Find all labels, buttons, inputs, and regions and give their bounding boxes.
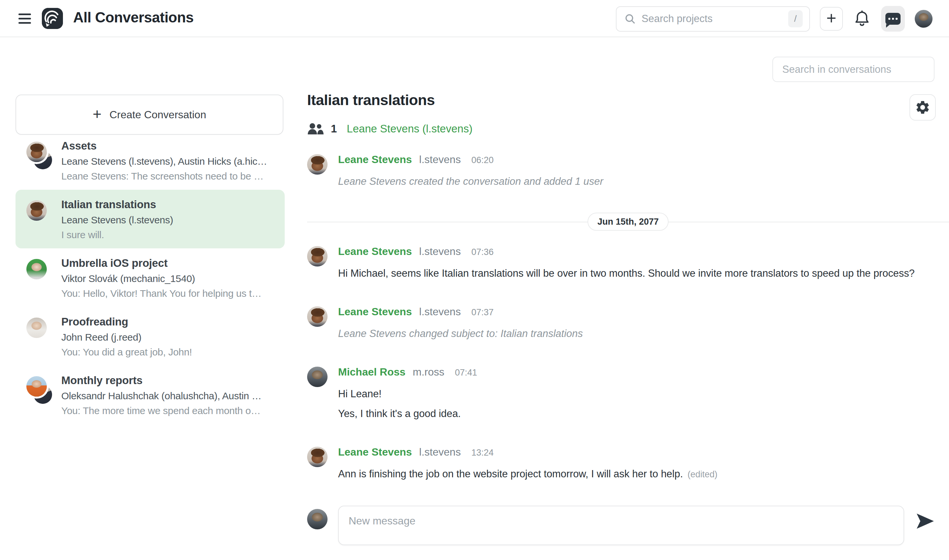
avatar [26,259,47,279]
conversation-preview: Leane Stevens: The screenshots need to b… [61,171,278,182]
conversation-list: Assets Leane Stevens (l.stevens), Austin… [15,131,285,424]
conversation-participants: Leane Stevens (l.stevens) [61,214,278,226]
message-username: l.stevens [419,306,461,318]
search-projects-input[interactable] [642,13,788,25]
search-in-conversations-input[interactable] [782,63,924,75]
avatar [26,142,47,162]
topbar-actions: / + [616,6,932,32]
conversation-item-monthly-reports[interactable]: Monthly reports Oleksandr Halushchak (oh… [15,366,285,424]
app-root: All Conversations / + [0,0,949,560]
conversation-preview: I sure will. [61,229,278,240]
system-message-text: Leane Stevens changed subject to: Italia… [338,328,936,340]
message-text: Ann is finishing the job on the website … [338,468,936,480]
conversation-preview: You: You did a great job, John! [61,346,278,358]
conversation-participants: Leane Stevens (l.stevens), Austin Hicks … [61,156,278,167]
message-time: 07:41 [455,368,478,378]
conversation-preview: You: Hello, Viktor! Thank You for helpin… [61,288,278,299]
message-author-avatar[interactable] [307,367,328,387]
message-text: Hi Michael, seems like Italian translati… [338,268,936,279]
conversation-item-italian-translations[interactable]: Italian translations Leane Stevens (l.st… [15,190,285,248]
message-text: Hi Leane! [338,388,936,400]
conversation-avatars [26,139,52,173]
send-button[interactable] [915,513,936,530]
message-text: Yes, I think it's a good idea. [338,408,936,420]
message-author-avatar[interactable] [307,447,328,467]
message-list: Leane Stevens l.stevens 06:20 Leane Stev… [307,153,936,480]
date-divider: Jun 15th, 2077 [307,213,949,230]
new-message-input[interactable] [349,515,894,536]
conversation-item-umbrella-ios-project[interactable]: Umbrella iOS project Viktor Slovák (mech… [15,248,285,307]
page-title: All Conversations [73,9,194,26]
conversation-avatars [26,374,52,408]
message-username: l.stevens [419,446,461,458]
conversation-title: Monthly reports [61,374,278,387]
conversation-preview: You: The more time we spend each month o… [61,405,278,416]
current-user-avatar [307,509,328,529]
chat-pane: Italian translations 1 Leane Stevens (l.… [307,92,936,545]
message: Leane Stevens l.stevens 13:24 Ann is fin… [307,445,936,480]
message-author-avatar[interactable] [307,154,328,175]
search-in-conversations [772,57,935,82]
message-time: 13:24 [471,448,494,458]
message: Leane Stevens l.stevens 06:20 Leane Stev… [307,153,936,188]
message-author[interactable]: Leane Stevens [338,306,412,318]
conversation-avatars [26,315,52,349]
participant-count: 1 [331,123,337,135]
conversation-title: Italian translations [61,198,278,211]
message-username: m.ross [413,366,445,378]
message-time: 07:36 [471,247,494,257]
conversations-button-active[interactable] [881,6,905,32]
chat-wave-logo-icon [42,8,63,29]
message-username: l.stevens [419,154,461,166]
conversation-participants: Oleksandr Halushchak (ohalushcha), Austi… [61,390,278,402]
message-time: 06:20 [471,155,494,165]
plus-icon: + [826,9,836,27]
send-icon [916,513,935,529]
chat-title: Italian translations [307,92,936,109]
conversation-title: Umbrella iOS project [61,257,278,269]
slash-shortcut-badge: / [788,10,803,27]
conversation-item-assets[interactable]: Assets Leane Stevens (l.stevens), Austin… [15,131,285,190]
participant-link[interactable]: Leane Stevens (l.stevens) [347,123,473,135]
system-message-text: Leane Stevens created the conversation a… [338,175,936,188]
hamburger-menu-button[interactable] [18,11,31,26]
composer-box [338,506,904,545]
avatar [26,376,47,397]
notifications-button[interactable] [853,9,871,29]
current-user-avatar[interactable] [915,10,932,28]
message-composer [307,506,936,545]
create-conversation-button[interactable]: + Create Conversation [15,95,283,135]
message-username: l.stevens [419,245,461,258]
add-button[interactable]: + [820,7,843,31]
conversation-title: Proofreading [61,315,278,328]
chat-bubble-icon [886,13,901,25]
message-author-avatar[interactable] [307,246,328,266]
message-author[interactable]: Michael Ross [338,366,406,378]
search-icon [624,13,636,25]
message-time: 07:37 [471,307,494,318]
message-author[interactable]: Leane Stevens [338,245,412,258]
people-icon [307,122,324,136]
message: Leane Stevens l.stevens 07:37 Leane Stev… [307,305,936,340]
project-search: / [616,6,810,32]
conversation-participants: Viktor Slovák (mechanic_1540) [61,273,278,284]
avatar [26,200,47,221]
conversation-participants: John Reed (j.reed) [61,332,278,343]
conversation-item-proofreading[interactable]: Proofreading John Reed (j.reed) You: You… [15,307,285,366]
message-author[interactable]: Leane Stevens [338,446,412,458]
message-author-avatar[interactable] [307,306,328,327]
message-author[interactable]: Leane Stevens [338,154,412,166]
message: Michael Ross m.ross 07:41 Hi Leane! Yes,… [307,365,936,420]
conversation-title: Assets [61,140,278,152]
date-pill: Jun 15th, 2077 [587,213,669,231]
topbar: All Conversations / + [0,0,949,37]
edited-label: (edited) [687,469,717,479]
conversation-avatars [26,256,52,291]
bell-icon [854,10,870,27]
message: Leane Stevens l.stevens 07:36 Hi Michael… [307,245,936,279]
plus-icon: + [92,106,102,122]
participants-row: 1 Leane Stevens (l.stevens) [307,122,936,136]
avatar [26,318,47,338]
app-logo [42,8,63,29]
conversation-avatars [26,198,52,232]
